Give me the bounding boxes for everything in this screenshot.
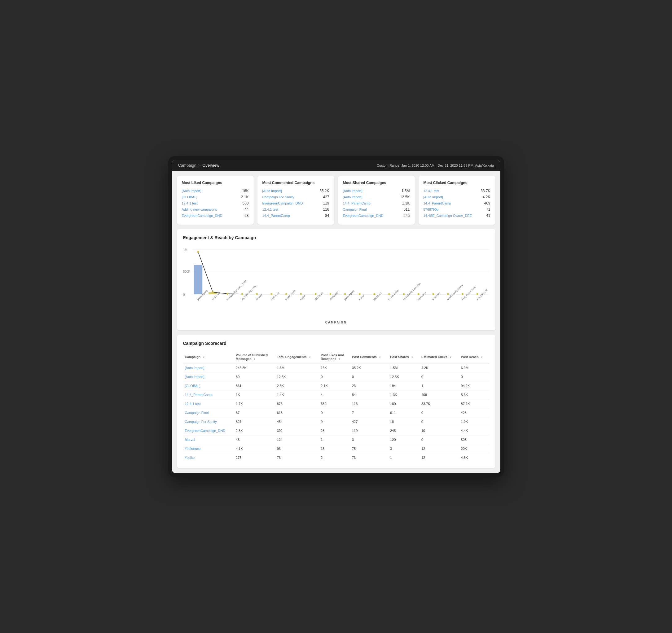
table-row: 12.4.1 test 1.7K 876 580 116 180 33.7K 8… — [183, 399, 489, 408]
stat-link-0[interactable]: [Auto Import] — [262, 189, 282, 193]
campaign-link-0[interactable]: [Auto Import] — [185, 366, 205, 370]
col-volume[interactable]: Volume of PublishedMessages ▼ — [234, 351, 275, 363]
stat-link-4[interactable]: EvergreenCampaign_DND — [343, 214, 384, 218]
stat-link-3[interactable]: Adding new campaigns — [182, 208, 217, 211]
svg-point-9 — [212, 291, 214, 293]
stat-link-2[interactable]: 14.4_ParentCamp — [424, 201, 451, 205]
col-shares[interactable]: Post Shares ▼ — [388, 351, 419, 363]
row-total-10: 76 — [275, 453, 319, 462]
row-comments-7: 119 — [350, 427, 388, 435]
row-shares-7: 245 — [388, 427, 419, 435]
row-comments-0: 35.2K — [350, 363, 388, 372]
row-volume-0: 246.8K — [234, 363, 275, 372]
row-comments-8: 3 — [350, 435, 388, 444]
stat-link-4[interactable]: EvergreenCampaign_DND — [182, 214, 222, 218]
row-clicks-3: 409 — [419, 390, 459, 399]
stat-row: Campaign Final611 — [343, 207, 410, 212]
stat-link-3[interactable]: Campaign Final — [343, 208, 367, 211]
row-reach-10: 4.6K — [459, 453, 489, 462]
campaign-link-4[interactable]: 12.4.1 test — [185, 402, 201, 406]
row-clicks-2: 1 — [419, 382, 459, 390]
row-reach-5: 428 — [459, 408, 489, 417]
campaign-link-8[interactable]: Marvel — [185, 438, 195, 441]
row-clicks-10: 12 — [419, 453, 459, 462]
stat-link-1[interactable]: [Auto Import] — [343, 195, 362, 199]
row-campaign-3: 14.4_ParentCamp — [183, 390, 234, 399]
row-campaign-10: #spike — [183, 453, 234, 462]
campaign-link-9[interactable]: #Influence — [185, 447, 201, 451]
campaign-link-1[interactable]: [Auto Import] — [185, 375, 205, 379]
stat-link-1[interactable]: [Auto Import] — [424, 195, 443, 199]
main-content: Most Liked Campaigns [Auto Import]16K[GL… — [172, 171, 500, 473]
stat-link-1[interactable]: Campaign For Sanity — [262, 195, 294, 199]
stat-value-4: 84 — [325, 214, 329, 218]
most-liked-rows: [Auto Import]16K[GLOBAL]2.1K12.4.1 test5… — [182, 189, 249, 218]
stat-row: 14.4SE_Campaign Owner_DEE41 — [424, 214, 490, 218]
svg-text:Prod0_Camp: Prod0_Camp — [285, 289, 296, 301]
sort-icon-clicks: ▼ — [449, 356, 452, 359]
stat-link-4[interactable]: 14.4_ParentCamp — [262, 214, 290, 218]
campaign-link-2[interactable]: [GLOBAL] — [185, 384, 200, 388]
svg-point-20 — [373, 293, 375, 295]
col-total-eng[interactable]: Total Engagements ▼ — [275, 351, 319, 363]
campaign-link-7[interactable]: EvergreenCampaign_DND — [185, 429, 225, 433]
campaign-link-10[interactable]: #spike — [185, 456, 195, 460]
row-shares-6: 18 — [388, 417, 419, 427]
stat-link-4[interactable]: 14.4SE_Campaign Owner_DEE — [424, 214, 472, 218]
stat-link-3[interactable]: 5768790p — [424, 208, 439, 211]
stat-row: [GLOBAL]2.1K — [182, 195, 249, 199]
stat-link-0[interactable]: [Auto Import] — [182, 189, 201, 193]
most-clicked-title: Most Clicked Campaigns — [424, 180, 490, 185]
stat-link-2[interactable]: EvergreenCampaign_DND — [262, 201, 303, 205]
col-reach[interactable]: Post Reach ▼ — [459, 351, 489, 363]
chart-x-label: CAMPAIGN — [183, 321, 489, 324]
col-campaign[interactable]: Campaign ▼ — [183, 351, 234, 363]
row-shares-4: 180 — [388, 399, 419, 408]
sort-icon-comments: ▼ — [379, 356, 381, 359]
col-comments[interactable]: Post Comments ▼ — [350, 351, 388, 363]
campaign-link-6[interactable]: Campaign For Sanity — [185, 420, 217, 423]
row-comments-10: 73 — [350, 453, 388, 462]
screen: Campaign > Overview Custom Range: Jan 1,… — [172, 160, 500, 473]
stat-link-3[interactable]: 12.4.1 test — [262, 208, 278, 211]
row-total-2: 2.3K — [275, 382, 319, 390]
row-likes-4: 580 — [319, 399, 350, 408]
row-likes-10: 2 — [319, 453, 350, 462]
stat-value-0: 35.2K — [319, 189, 329, 193]
sort-icon-total: ▼ — [309, 356, 311, 359]
table-row: [Auto Import] 89 12.5K 0 0 12.5K 0 0 — [183, 372, 489, 382]
row-volume-1: 89 — [234, 372, 275, 382]
stat-link-2[interactable]: 12.4.1 test — [182, 201, 198, 205]
row-total-6: 454 — [275, 417, 319, 427]
svg-text:NewCampaignFriday: NewCampaignFriday — [446, 284, 463, 301]
table-row: Marvel 43 124 1 3 120 0 503 — [183, 435, 489, 444]
campaign-link-3[interactable]: 14.4_ParentCamp — [185, 393, 213, 396]
col-clicks[interactable]: Estimated Clicks ▼ — [419, 351, 459, 363]
most-commented-rows: [Auto Import]35.2KCampaign For Sanity427… — [262, 189, 329, 218]
row-comments-9: 75 — [350, 444, 388, 453]
stat-row: [Auto Import]16K — [182, 189, 249, 193]
svg-text:500K: 500K — [183, 270, 190, 273]
row-volume-4: 1.7K — [234, 399, 275, 408]
svg-text:#Influence: #Influence — [270, 292, 279, 301]
stat-row: Campaign For Sanity427 — [262, 195, 329, 199]
most-commented-card: Most Commented Campaigns [Auto Import]35… — [258, 176, 334, 225]
row-campaign-5: Campaign Final — [183, 408, 234, 417]
breadcrumb: Campaign > Overview — [178, 163, 219, 168]
col-likes[interactable]: Post Likes AndReactions ▼ — [319, 351, 350, 363]
stat-link-0[interactable]: [Auto Import] — [343, 189, 362, 193]
campaign-link-5[interactable]: Campaign Final — [185, 411, 209, 415]
breadcrumb-current: Overview — [202, 163, 219, 168]
stat-link-0[interactable]: 12.4.1 test — [424, 189, 439, 193]
stat-link-2[interactable]: 14.4_ParentCamp — [343, 201, 370, 205]
most-liked-title: Most Liked Campaigns — [182, 180, 249, 185]
row-likes-8: 1 — [319, 435, 350, 444]
sort-icon-shares: ▼ — [411, 356, 414, 359]
svg-text:0: 0 — [183, 293, 185, 296]
row-likes-7: 28 — [319, 427, 350, 435]
row-reach-8: 503 — [459, 435, 489, 444]
stat-link-1[interactable]: [GLOBAL] — [182, 195, 197, 199]
svg-point-13 — [270, 293, 272, 295]
table-row: [GLOBAL] 861 2.3K 2.1K 23 194 1 94.2K — [183, 382, 489, 390]
row-volume-6: 827 — [234, 417, 275, 427]
